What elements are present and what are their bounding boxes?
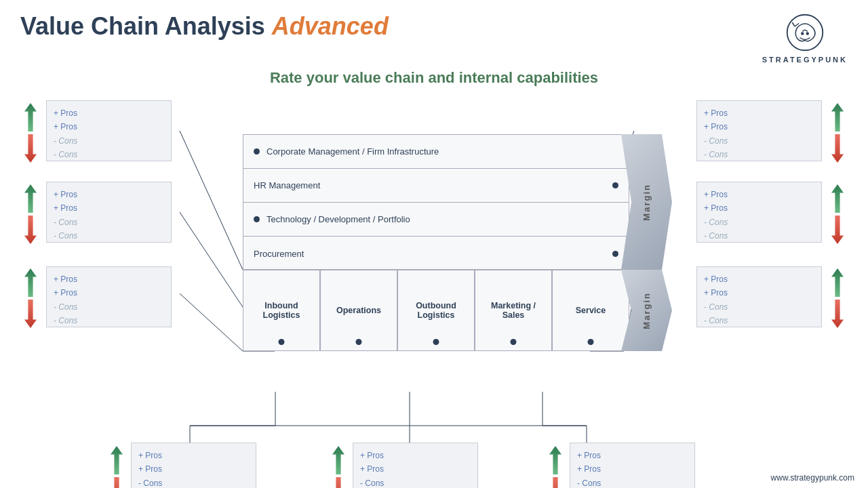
subtitle: Rate your value chain and internal capab…: [0, 69, 868, 87]
procurement-dot: [612, 251, 618, 257]
corporate-label: Corporate Management / Firm Infrastructu…: [267, 146, 439, 157]
operations-dot: [356, 339, 362, 345]
hr-dot: [612, 182, 618, 188]
bot-right-arrow: [831, 268, 844, 328]
bottom-left-arrow: [111, 446, 123, 488]
tech-row: Technology / Development / Portfolio: [243, 203, 629, 237]
main-content: + Pros + Pros - Cons - Cons + Pros + Pro…: [0, 94, 868, 487]
bot-left-box: + Pros + Pros - Cons - Cons: [46, 266, 172, 327]
top-right-box: + Pros + Pros - Cons - Cons: [696, 100, 822, 161]
hr-label: HR Management: [254, 180, 612, 190]
svg-line-5: [180, 293, 243, 351]
mid-left-box: + Pros + Pros - Cons - Cons: [46, 182, 172, 243]
svg-line-3: [180, 131, 243, 270]
inbound-logistics-cell: InboundLogistics: [243, 270, 320, 351]
strategypunk-logo: [785, 12, 825, 53]
margin-top-label: Margin: [642, 184, 652, 221]
corporate-row: Corporate Management / Firm Infrastructu…: [243, 135, 629, 169]
inbound-label: InboundLogistics: [263, 301, 300, 320]
support-activities-area: Corporate Management / Firm Infrastructu…: [243, 134, 629, 270]
bottom-center-box: + Pros + Pros - Cons - Cons: [353, 443, 478, 488]
svg-line-4: [180, 212, 243, 307]
svg-point-1: [801, 32, 804, 35]
website-url: www.strategypunk.com: [771, 473, 854, 483]
outbound-logistics-cell: OutboundLogistics: [397, 270, 475, 351]
service-cell: Service: [552, 270, 629, 351]
operations-cell: Operations: [320, 270, 397, 351]
mid-left-arrow: [24, 184, 37, 244]
tech-dot: [254, 216, 260, 222]
svg-point-2: [806, 32, 809, 35]
bottom-left-box: + Pros + Pros - Cons - Cons: [131, 443, 256, 488]
inbound-dot: [279, 339, 285, 345]
bottom-right-box: + Pros + Pros - Cons - Cons: [570, 443, 695, 488]
primary-activities-area: InboundLogistics Operations OutboundLogi…: [243, 270, 629, 351]
margin-bottom-label: Margin: [642, 292, 652, 329]
outbound-dot: [433, 339, 439, 345]
top-left-box: + Pros + Pros - Cons - Cons: [46, 100, 172, 161]
title-area: Value Chain Analysis Advanced: [20, 12, 389, 41]
bot-left-arrow: [24, 268, 37, 328]
title-advanced: Advanced: [272, 12, 389, 40]
service-dot: [588, 339, 594, 345]
svg-point-0: [787, 15, 823, 51]
bottom-right-arrow: [549, 446, 561, 488]
marketing-label: Marketing /Sales: [491, 301, 536, 320]
title-main: Value Chain Analysis: [20, 12, 265, 40]
top-left-arrow: [24, 103, 37, 163]
page-title: Value Chain Analysis Advanced: [20, 12, 389, 41]
top-right-arrow: [831, 103, 844, 163]
logo-text: STRATEGYPUNK: [762, 56, 848, 64]
mid-right-arrow: [831, 184, 844, 244]
header: Value Chain Analysis Advanced STRATEGYPU…: [0, 0, 868, 64]
operations-label: Operations: [336, 306, 381, 315]
marketing-dot: [511, 339, 517, 345]
service-label: Service: [576, 306, 606, 315]
procurement-row: Procurement: [243, 237, 629, 270]
procurement-label: Procurement: [254, 249, 612, 259]
corporate-dot: [254, 148, 260, 155]
bot-right-box: + Pros + Pros - Cons - Cons: [696, 266, 822, 327]
bottom-center-arrow: [332, 446, 344, 488]
tech-label: Technology / Development / Portfolio: [267, 214, 410, 224]
mid-right-box: + Pros + Pros - Cons - Cons: [696, 182, 822, 243]
logo-area: STRATEGYPUNK: [762, 12, 848, 64]
outbound-label: OutboundLogistics: [416, 301, 456, 320]
marketing-cell: Marketing /Sales: [475, 270, 552, 351]
hr-row: HR Management: [243, 169, 629, 203]
